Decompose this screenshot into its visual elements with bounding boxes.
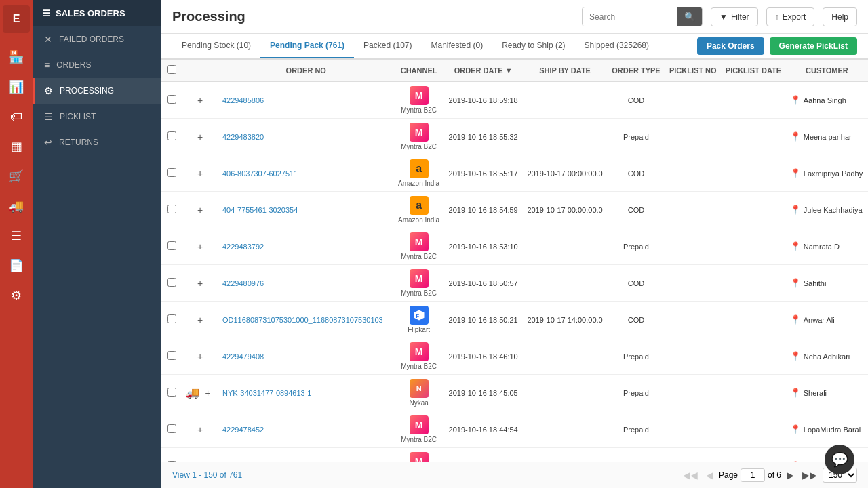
order-number[interactable]: NYK-34031477-0894613-1 xyxy=(222,389,312,397)
order-type-cell: COD xyxy=(608,81,665,119)
cart-icon[interactable]: 🛒 xyxy=(3,163,30,190)
tab-pending-stock[interactable]: Pending Stock (10) xyxy=(172,34,260,58)
order-number[interactable]: 4229480976 xyxy=(222,279,264,287)
customer-name: LopaMudra Baral xyxy=(804,426,861,434)
col-ship-by-date[interactable]: SHIP BY DATE xyxy=(523,60,608,82)
order-number[interactable]: 4229483820 xyxy=(222,133,264,141)
expand-row-button[interactable]: + xyxy=(194,203,206,217)
expand-row-button[interactable]: + xyxy=(201,386,214,400)
tab-ready-to-ship[interactable]: Ready to Ship (2) xyxy=(492,34,574,58)
order-number[interactable]: 404-7755461-3020354 xyxy=(222,206,298,214)
sidebar-item-label: FAILED ORDERS xyxy=(59,35,124,44)
order-number[interactable]: 4229479408 xyxy=(222,352,264,361)
row-checkbox[interactable] xyxy=(167,241,176,250)
gear-icon[interactable]: ⚙ xyxy=(3,282,30,309)
row-checkbox[interactable] xyxy=(167,205,176,214)
tab-shipped[interactable]: Shipped (325268) xyxy=(575,34,658,58)
expand-row-button[interactable]: + xyxy=(194,167,206,180)
expand-row-button[interactable]: + xyxy=(194,423,206,436)
store-icon[interactable]: 🏪 xyxy=(3,43,30,70)
list-icon[interactable]: ☰ xyxy=(3,222,30,249)
table-row: 🚚 + NYK-34031477-0894613-1 N Nykaa 2019-… xyxy=(161,375,868,411)
next-page-button[interactable]: ▶ xyxy=(784,468,797,482)
channel-name: Myntra B2C xyxy=(401,106,437,114)
expand-row-button[interactable]: + xyxy=(194,277,206,290)
tab-packed[interactable]: Packed (107) xyxy=(354,34,421,58)
chat-bubble[interactable]: 💬 xyxy=(825,445,854,474)
col-order-date[interactable]: ORDER DATE ▼ xyxy=(444,60,523,82)
chart-icon[interactable]: 📊 xyxy=(3,73,30,100)
sidebar-item-picklist[interactable]: ☰ PICKLIST xyxy=(33,104,161,129)
row-checkbox[interactable] xyxy=(167,314,176,323)
generate-picklist-button[interactable]: Generate PickList xyxy=(770,37,857,55)
sidebar-item-failed-orders[interactable]: ✕ FAILED ORDERS xyxy=(33,26,161,52)
last-page-button[interactable]: ▶▶ xyxy=(800,468,820,482)
nav-header-label: SALES ORDERS xyxy=(56,8,125,18)
location-icon: 📍 xyxy=(790,424,801,434)
expand-row-button[interactable]: + xyxy=(194,240,206,253)
expand-row-button[interactable]: + xyxy=(194,350,206,363)
location-icon: 📍 xyxy=(790,241,801,251)
order-number[interactable]: 4229485806 xyxy=(222,96,264,104)
col-picklist-date[interactable]: PICKLIST DATE xyxy=(721,60,786,82)
table-row: + 4229485806 M Myntra B2C 2019-10-16 18:… xyxy=(161,81,868,119)
export-icon: ↑ xyxy=(775,12,779,22)
order-type-cell: Prepaid xyxy=(608,375,665,411)
picklist-date-cell xyxy=(721,411,786,448)
app-logo-icon[interactable]: E xyxy=(3,5,30,33)
pack-orders-button[interactable]: Pack Orders xyxy=(697,37,764,55)
order-number[interactable]: 4229483792 xyxy=(222,243,264,251)
tag-icon[interactable]: 🏷 xyxy=(3,103,30,130)
expand-row-button[interactable]: + xyxy=(194,130,206,144)
tab-pending-pack[interactable]: Pending Pack (761) xyxy=(260,34,354,58)
tab-manifested[interactable]: Manifested (0) xyxy=(421,34,492,58)
col-order-type[interactable]: ORDER TYPE xyxy=(608,60,665,82)
order-number[interactable]: 406-8037307-6027511 xyxy=(222,169,298,178)
first-page-button[interactable]: ◀◀ xyxy=(680,468,701,482)
sidebar-item-processing[interactable]: ⚙ PROCESSING xyxy=(33,78,161,104)
ship-by-date-cell: 2019-10-17 14:00:00.0 xyxy=(523,302,608,338)
col-order-no[interactable]: ORDER NO xyxy=(218,60,394,82)
search-button[interactable]: 🔍 xyxy=(677,7,702,26)
picklist-no-cell xyxy=(665,192,721,228)
row-checkbox-cell xyxy=(161,448,182,462)
ship-by-date-cell xyxy=(523,411,608,448)
table-container: ORDER NO CHANNEL ORDER DATE ▼ SHIP BY DA… xyxy=(161,59,868,462)
truck-icon[interactable]: 🚚 xyxy=(3,192,30,220)
col-picklist-no[interactable]: PICKLIST NO xyxy=(665,60,721,82)
customer-cell: 📍 Namrata D xyxy=(786,228,868,265)
row-checkbox[interactable] xyxy=(167,131,176,140)
row-checkbox-cell xyxy=(161,228,182,265)
table-row: + 4229483792 M Myntra B2C 2019-10-16 18:… xyxy=(161,228,868,265)
prev-page-button[interactable]: ◀ xyxy=(703,468,716,482)
row-expand-cell: + xyxy=(182,411,218,448)
search-input[interactable] xyxy=(583,8,677,26)
row-checkbox[interactable] xyxy=(167,424,176,433)
col-channel[interactable]: CHANNEL xyxy=(394,60,444,82)
row-checkbox[interactable] xyxy=(167,168,176,177)
select-all-checkbox[interactable] xyxy=(167,65,176,74)
row-checkbox[interactable] xyxy=(167,388,176,396)
expand-row-button[interactable]: + xyxy=(194,94,206,107)
help-button[interactable]: Help xyxy=(823,7,857,26)
row-checkbox[interactable] xyxy=(167,351,176,360)
order-date-cell: 2019-10-16 18:55:32 xyxy=(444,119,523,155)
col-customer[interactable]: CUSTOMER xyxy=(786,60,868,82)
order-date-cell: 2019-10-16 18:50:57 xyxy=(444,265,523,302)
channel-name: Flipkart xyxy=(408,326,430,333)
row-checkbox[interactable] xyxy=(167,278,176,287)
filter-button[interactable]: ▼ Filter xyxy=(711,7,758,26)
row-checkbox[interactable] xyxy=(167,95,176,104)
order-number[interactable]: 4229478452 xyxy=(222,426,264,434)
grid-icon[interactable]: ▦ xyxy=(3,133,30,160)
page-input[interactable] xyxy=(741,468,765,482)
sidebar-item-returns[interactable]: ↩ RETURNS xyxy=(33,129,161,155)
picklist-date-cell xyxy=(721,338,786,375)
sidebar-item-orders[interactable]: ≡ ORDERS xyxy=(33,52,161,78)
expand-row-button[interactable]: + xyxy=(194,313,206,327)
nykaa-logo-icon: N xyxy=(410,379,429,398)
picklist-no-cell xyxy=(665,81,721,119)
order-number[interactable]: OD116808731075301000_11680873107530103 xyxy=(222,316,383,324)
doc-icon[interactable]: 📄 xyxy=(3,252,30,279)
export-button[interactable]: ↑ Export xyxy=(766,7,815,26)
